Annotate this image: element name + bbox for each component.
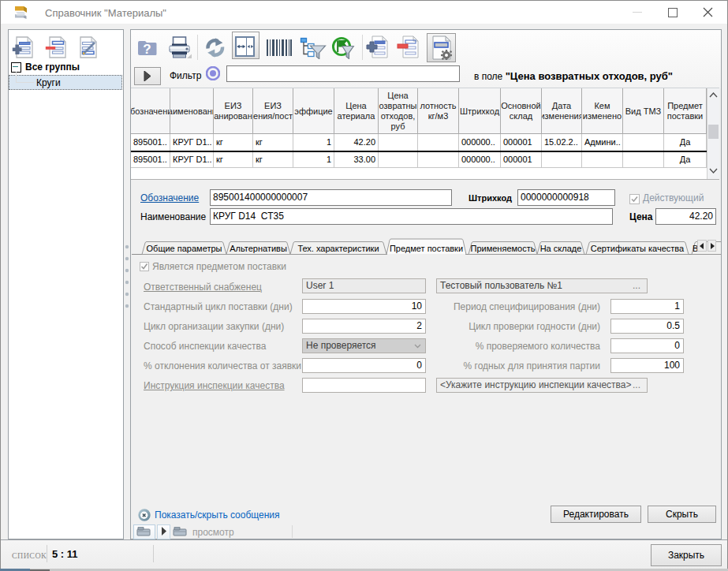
svg-text:Общие параметры: Общие параметры (147, 244, 222, 253)
svg-text:Сертификаты качества: Сертификаты качества (591, 244, 685, 253)
svg-text:Альтернативы: Альтернативы (230, 244, 287, 253)
svg-text:?: ? (143, 42, 151, 57)
svg-text:Предмет поставки: Предмет поставки (390, 244, 463, 253)
svg-text:Применяемость: Применяемость (471, 244, 536, 253)
svg-text:На складе: На складе (540, 244, 582, 253)
svg-text:Тех. характеристики: Тех. характеристики (297, 244, 379, 253)
